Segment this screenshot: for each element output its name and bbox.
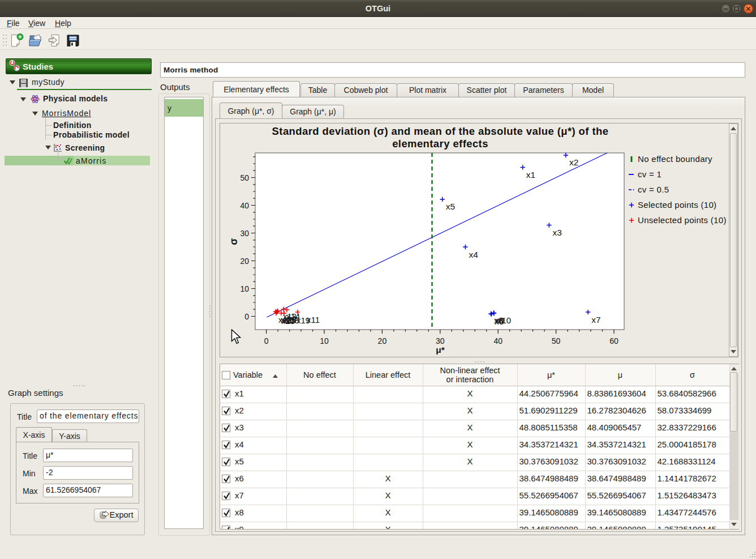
svg-text:30: 30 <box>240 229 249 238</box>
svg-text:x10: x10 <box>497 315 511 325</box>
svg-text:Standard deviation (σ) and mea: Standard deviation (σ) and mean of the a… <box>272 125 609 137</box>
svg-text:20: 20 <box>240 257 249 266</box>
svg-text:x4: x4 <box>469 250 478 259</box>
svg-text:50: 50 <box>240 173 249 182</box>
svg-text:10: 10 <box>240 284 249 293</box>
svg-text:0: 0 <box>264 336 269 345</box>
svg-text:50: 50 <box>552 336 561 345</box>
svg-text:20: 20 <box>378 336 387 345</box>
svg-text:40: 40 <box>240 201 249 210</box>
svg-text:cv = 1: cv = 1 <box>638 169 662 179</box>
svg-text:Unselected points (10): Unselected points (10) <box>638 215 727 225</box>
svg-text:μ*: μ* <box>436 345 445 355</box>
svg-text:Selected points (10): Selected points (10) <box>638 200 716 210</box>
svg-text:x11: x11 <box>307 315 320 325</box>
svg-text:0: 0 <box>244 312 249 321</box>
svg-text:40: 40 <box>493 336 502 345</box>
svg-text:x20: x20 <box>281 316 295 326</box>
svg-text:30: 30 <box>436 336 445 345</box>
svg-text:elementary effects: elementary effects <box>392 138 488 150</box>
svg-text:No effect boundary: No effect boundary <box>638 154 712 164</box>
svg-text:x1: x1 <box>526 170 535 180</box>
svg-text:σ: σ <box>228 238 239 245</box>
svg-text:x3: x3 <box>552 228 561 237</box>
svg-text:cv = 0.5: cv = 0.5 <box>638 185 669 194</box>
svg-text:10: 10 <box>320 336 329 345</box>
svg-text:60: 60 <box>609 336 618 345</box>
svg-text:x2: x2 <box>569 157 578 167</box>
svg-text:x5: x5 <box>446 202 455 211</box>
svg-text:x7: x7 <box>591 315 600 325</box>
